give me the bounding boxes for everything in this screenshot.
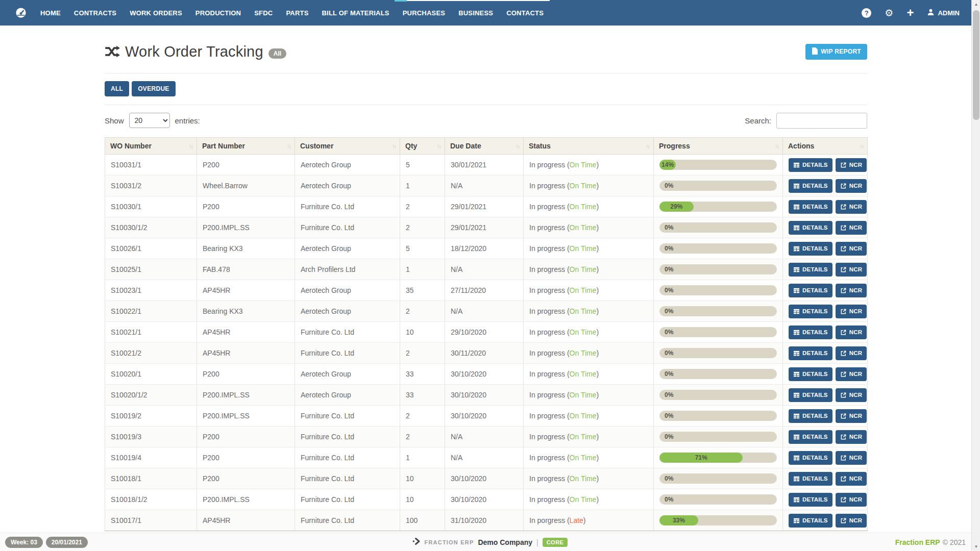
due-date-cell: 30/01/2021 [445, 155, 524, 176]
details-button[interactable]: DETAILS [789, 305, 832, 318]
filter-overdue-button[interactable]: OVERDUE [132, 81, 175, 96]
ncr-button[interactable]: NCR [836, 263, 867, 277]
ncr-button[interactable]: NCR [836, 305, 867, 318]
filter-all-button[interactable]: ALL [105, 81, 129, 96]
progress-cell: 0% [654, 427, 783, 447]
wip-report-button[interactable]: WIP REPORT [805, 44, 867, 60]
table-row: S10019/4P200Furniture Co. Ltd1N/AIn prog… [105, 447, 868, 468]
wo-number-cell: S10019/4 [105, 447, 197, 468]
column-header-qty[interactable]: Qty↑↓ [400, 138, 445, 155]
nav-item-bill-of-materials[interactable]: BILL OF MATERIALS [315, 0, 396, 26]
qty-cell: 10 [400, 468, 445, 489]
nav-item-contracts[interactable]: CONTRACTS [67, 0, 123, 26]
details-button[interactable]: DETAILS [789, 325, 832, 339]
status-cell: In progress (On Time) [524, 280, 654, 301]
ncr-button[interactable]: NCR [836, 179, 867, 193]
ncr-button[interactable]: NCR [836, 221, 867, 235]
customer-cell: Aerotech Group [295, 364, 400, 385]
scrollbar-thumb[interactable] [973, 10, 979, 120]
ncr-button[interactable]: NCR [836, 158, 867, 172]
actions-cell: DETAILSNCR [783, 468, 868, 489]
scrollbar-up-arrow[interactable]: ▲ [972, 0, 980, 9]
nav-item-production[interactable]: PRODUCTION [189, 0, 248, 26]
ncr-button[interactable]: NCR [836, 346, 867, 360]
nav-item-sfdc[interactable]: SFDC [248, 0, 279, 26]
vertical-scrollbar[interactable]: ▲ ▼ [971, 0, 980, 551]
due-date-cell: N/A [445, 301, 524, 322]
column-header-due-date[interactable]: Due Date↑↓ [445, 138, 524, 155]
ncr-button[interactable]: NCR [836, 409, 867, 423]
ncr-button[interactable]: NCR [836, 430, 867, 444]
details-button[interactable]: DETAILS [789, 367, 832, 381]
ncr-button[interactable]: NCR [836, 514, 867, 528]
plus-icon[interactable]: + [906, 7, 914, 19]
ncr-button[interactable]: NCR [836, 325, 867, 339]
nav-item-contacts[interactable]: CONTACTS [500, 0, 550, 26]
column-header-status[interactable]: Status↑↓ [524, 138, 654, 155]
progress-bar: 0% [659, 494, 777, 505]
details-button[interactable]: DETAILS [789, 409, 832, 423]
column-header-progress[interactable]: Progress↑↓ [654, 138, 783, 155]
week-badge: Week: 03 [5, 537, 43, 548]
details-button[interactable]: DETAILS [789, 346, 832, 360]
search-input[interactable] [776, 113, 867, 129]
nav-item-business[interactable]: BUSINESS [452, 0, 500, 26]
gear-icon[interactable]: ⚙ [885, 8, 893, 18]
scrollbar-down-arrow[interactable]: ▼ [972, 542, 980, 551]
nav-item-purchases[interactable]: PURCHASES [396, 0, 452, 26]
details-button[interactable]: DETAILS [789, 430, 832, 444]
customer-cell: Furniture Co. Ltd [295, 196, 400, 217]
part-number-cell: FAB.478 [197, 259, 295, 280]
details-button[interactable]: DETAILS [789, 221, 832, 235]
nav-item-parts[interactable]: PARTS [279, 0, 315, 26]
part-number-cell: Wheel.Barrow [197, 176, 295, 196]
ncr-button[interactable]: NCR [836, 493, 867, 507]
ncr-button[interactable]: NCR [836, 284, 867, 297]
status-cell: In progress (On Time) [524, 155, 654, 176]
details-button[interactable]: DETAILS [789, 388, 832, 402]
tachometer-icon[interactable] [15, 7, 28, 19]
progress-bar: 0% [659, 306, 777, 316]
footer-brand: FRACTION ERP [425, 539, 474, 545]
details-button[interactable]: DETAILS [789, 263, 832, 277]
progress-label: 0% [665, 308, 673, 315]
progress-bar: 0% [659, 264, 777, 274]
ncr-button[interactable]: NCR [836, 388, 867, 402]
status-timeliness: On Time [570, 391, 597, 399]
ncr-button[interactable]: NCR [836, 200, 867, 214]
details-button[interactable]: DETAILS [789, 284, 832, 297]
column-header-part-number[interactable]: Part Number↑↓ [197, 138, 295, 155]
details-button[interactable]: DETAILS [789, 493, 832, 507]
progress-bar: 0% [659, 181, 777, 191]
details-button[interactable]: DETAILS [789, 451, 832, 465]
ncr-button[interactable]: NCR [836, 451, 867, 465]
progress-cell: 0% [654, 176, 783, 196]
details-button[interactable]: DETAILS [789, 200, 832, 214]
table-row: S10021/2AP45HRFurniture Co. Ltd230/11/20… [105, 343, 868, 364]
ncr-button[interactable]: NCR [836, 367, 867, 381]
part-number-cell: P200.IMPL.SS [197, 406, 295, 427]
column-header-wo-number[interactable]: WO Number↑↓ [105, 138, 197, 155]
progress-cell: 0% [654, 280, 783, 301]
ncr-button[interactable]: NCR [836, 242, 867, 256]
help-circle-icon[interactable]: ? [862, 8, 871, 18]
details-button[interactable]: DETAILS [789, 514, 832, 528]
nav-item-home[interactable]: HOME [34, 0, 67, 26]
qty-cell: 10 [400, 322, 445, 343]
qty-cell: 1 [400, 447, 445, 468]
details-button[interactable]: DETAILS [789, 179, 832, 193]
user-menu[interactable]: ADMIN [927, 8, 960, 17]
nav-left: HOMECONTRACTSWORK ORDERSPRODUCTIONSFDCPA… [15, 0, 550, 26]
progress-label: 71% [695, 454, 707, 461]
actions-cell: DETAILSNCR [783, 510, 868, 531]
ncr-button[interactable]: NCR [836, 472, 867, 486]
details-button[interactable]: DETAILS [789, 158, 832, 172]
details-button[interactable]: DETAILS [789, 242, 832, 256]
column-header-customer[interactable]: Customer↑↓ [295, 138, 400, 155]
column-header-actions[interactable]: Actions↑↓ [783, 138, 868, 155]
user-label: ADMIN [938, 9, 960, 17]
details-button[interactable]: DETAILS [789, 472, 832, 486]
nav-item-work-orders[interactable]: WORK ORDERS [123, 0, 189, 26]
page-size-select[interactable]: 20 [129, 113, 170, 128]
part-number-cell: P200 [197, 196, 295, 217]
